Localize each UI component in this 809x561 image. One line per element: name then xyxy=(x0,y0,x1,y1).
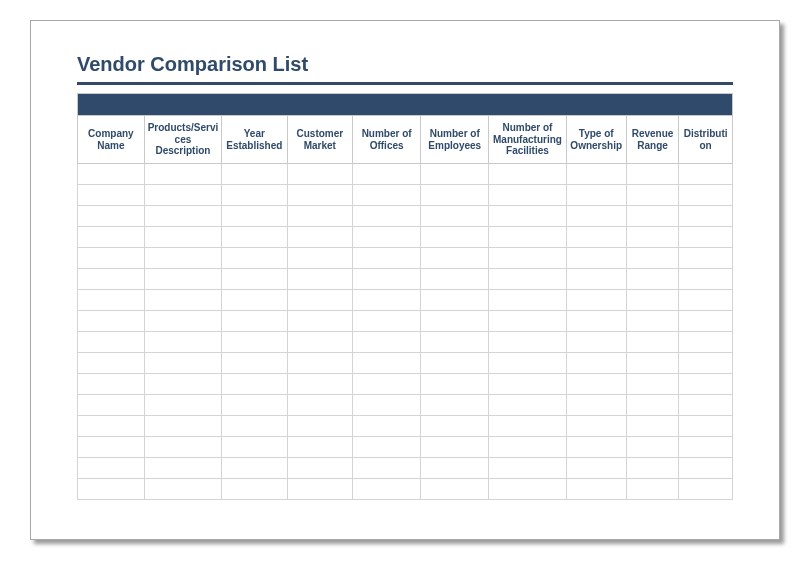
table-cell[interactable] xyxy=(78,269,145,290)
table-cell[interactable] xyxy=(626,332,678,353)
table-cell[interactable] xyxy=(78,479,145,500)
table-cell[interactable] xyxy=(489,227,566,248)
table-cell[interactable] xyxy=(353,227,421,248)
table-row[interactable] xyxy=(78,311,733,332)
table-cell[interactable] xyxy=(566,206,626,227)
table-cell[interactable] xyxy=(287,374,353,395)
table-cell[interactable] xyxy=(144,206,221,227)
table-cell[interactable] xyxy=(566,185,626,206)
table-cell[interactable] xyxy=(222,248,288,269)
table-cell[interactable] xyxy=(566,311,626,332)
table-cell[interactable] xyxy=(287,227,353,248)
table-cell[interactable] xyxy=(421,311,489,332)
table-cell[interactable] xyxy=(626,311,678,332)
table-cell[interactable] xyxy=(421,206,489,227)
table-cell[interactable] xyxy=(566,395,626,416)
table-cell[interactable] xyxy=(679,227,733,248)
table-row[interactable] xyxy=(78,185,733,206)
table-cell[interactable] xyxy=(679,479,733,500)
table-cell[interactable] xyxy=(78,248,145,269)
table-cell[interactable] xyxy=(287,248,353,269)
table-cell[interactable] xyxy=(78,290,145,311)
table-row[interactable] xyxy=(78,479,733,500)
table-row[interactable] xyxy=(78,395,733,416)
table-cell[interactable] xyxy=(566,353,626,374)
table-cell[interactable] xyxy=(566,416,626,437)
table-cell[interactable] xyxy=(626,416,678,437)
table-cell[interactable] xyxy=(421,479,489,500)
table-cell[interactable] xyxy=(626,458,678,479)
table-cell[interactable] xyxy=(679,374,733,395)
table-cell[interactable] xyxy=(489,437,566,458)
table-cell[interactable] xyxy=(566,332,626,353)
table-cell[interactable] xyxy=(679,353,733,374)
table-cell[interactable] xyxy=(287,479,353,500)
table-cell[interactable] xyxy=(144,290,221,311)
table-cell[interactable] xyxy=(353,269,421,290)
table-cell[interactable] xyxy=(489,311,566,332)
table-cell[interactable] xyxy=(222,206,288,227)
table-cell[interactable] xyxy=(353,248,421,269)
table-row[interactable] xyxy=(78,269,733,290)
table-cell[interactable] xyxy=(566,164,626,185)
table-cell[interactable] xyxy=(421,269,489,290)
table-cell[interactable] xyxy=(78,437,145,458)
table-cell[interactable] xyxy=(421,227,489,248)
table-cell[interactable] xyxy=(287,206,353,227)
table-cell[interactable] xyxy=(222,311,288,332)
table-cell[interactable] xyxy=(287,185,353,206)
table-cell[interactable] xyxy=(489,416,566,437)
table-cell[interactable] xyxy=(566,227,626,248)
table-cell[interactable] xyxy=(421,437,489,458)
table-cell[interactable] xyxy=(287,437,353,458)
table-cell[interactable] xyxy=(287,416,353,437)
table-cell[interactable] xyxy=(287,269,353,290)
table-cell[interactable] xyxy=(222,479,288,500)
table-cell[interactable] xyxy=(144,458,221,479)
table-cell[interactable] xyxy=(679,332,733,353)
table-row[interactable] xyxy=(78,290,733,311)
table-cell[interactable] xyxy=(353,395,421,416)
table-cell[interactable] xyxy=(287,164,353,185)
table-cell[interactable] xyxy=(421,164,489,185)
table-cell[interactable] xyxy=(144,248,221,269)
table-cell[interactable] xyxy=(353,416,421,437)
table-cell[interactable] xyxy=(144,353,221,374)
table-cell[interactable] xyxy=(489,185,566,206)
table-cell[interactable] xyxy=(489,269,566,290)
table-cell[interactable] xyxy=(222,164,288,185)
table-cell[interactable] xyxy=(566,437,626,458)
table-cell[interactable] xyxy=(679,290,733,311)
table-cell[interactable] xyxy=(222,437,288,458)
table-cell[interactable] xyxy=(353,374,421,395)
table-row[interactable] xyxy=(78,458,733,479)
table-row[interactable] xyxy=(78,416,733,437)
table-cell[interactable] xyxy=(144,374,221,395)
table-cell[interactable] xyxy=(566,479,626,500)
table-cell[interactable] xyxy=(421,458,489,479)
table-cell[interactable] xyxy=(421,248,489,269)
table-cell[interactable] xyxy=(144,269,221,290)
table-cell[interactable] xyxy=(566,458,626,479)
table-cell[interactable] xyxy=(144,437,221,458)
table-cell[interactable] xyxy=(78,227,145,248)
table-cell[interactable] xyxy=(78,164,145,185)
table-cell[interactable] xyxy=(353,458,421,479)
table-cell[interactable] xyxy=(78,185,145,206)
table-cell[interactable] xyxy=(566,290,626,311)
table-cell[interactable] xyxy=(222,185,288,206)
table-cell[interactable] xyxy=(679,269,733,290)
table-cell[interactable] xyxy=(353,164,421,185)
table-cell[interactable] xyxy=(489,374,566,395)
table-cell[interactable] xyxy=(489,332,566,353)
table-cell[interactable] xyxy=(679,164,733,185)
table-cell[interactable] xyxy=(626,206,678,227)
table-cell[interactable] xyxy=(566,269,626,290)
table-cell[interactable] xyxy=(287,332,353,353)
table-cell[interactable] xyxy=(626,353,678,374)
table-cell[interactable] xyxy=(287,290,353,311)
table-cell[interactable] xyxy=(222,227,288,248)
table-cell[interactable] xyxy=(489,206,566,227)
table-cell[interactable] xyxy=(679,437,733,458)
table-cell[interactable] xyxy=(679,458,733,479)
